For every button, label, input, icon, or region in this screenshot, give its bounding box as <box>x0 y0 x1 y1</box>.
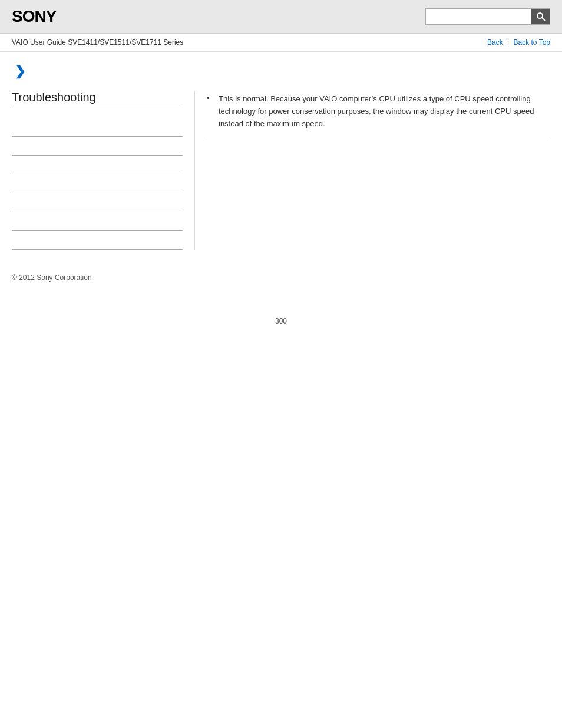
chevron-area: ❯ <box>12 64 550 79</box>
back-to-top-link[interactable]: Back to Top <box>514 38 550 47</box>
list-item[interactable] <box>12 231 183 250</box>
search-area <box>425 8 550 25</box>
footer-copyright: © 2012 Sony Corporation <box>12 274 550 282</box>
right-column-inner: • This is normal. Because your VAIO comp… <box>207 91 550 137</box>
bullet-item: • This is normal. Because your VAIO comp… <box>207 93 550 137</box>
main-content: ❯ Troubleshooting • This is normal. Beca… <box>0 52 562 294</box>
section-heading: Troubleshooting <box>12 91 183 108</box>
svg-line-1 <box>542 18 545 21</box>
list-item[interactable] <box>12 156 183 174</box>
content-columns: Troubleshooting • This is normal. Becaus… <box>12 91 550 250</box>
page-number: 300 <box>0 317 562 337</box>
list-item[interactable] <box>12 137 183 156</box>
back-link[interactable]: Back <box>487 38 503 47</box>
list-item[interactable] <box>12 174 183 193</box>
search-icon <box>536 12 546 21</box>
left-column: Troubleshooting <box>12 91 194 250</box>
list-item[interactable] <box>12 118 183 137</box>
right-column: • This is normal. Because your VAIO comp… <box>194 91 550 250</box>
sony-logo: SONY <box>12 7 56 26</box>
nav-bar: VAIO User Guide SVE1411/SVE1511/SVE1711 … <box>0 34 562 52</box>
list-item[interactable] <box>12 212 183 231</box>
nav-links: Back | Back to Top <box>487 38 550 47</box>
bullet-text: This is normal. Because your VAIO comput… <box>219 93 550 130</box>
search-button[interactable] <box>531 8 550 25</box>
chevron-icon: ❯ <box>15 64 25 78</box>
bullet-dot: • <box>207 94 215 103</box>
list-item[interactable] <box>12 193 183 212</box>
svg-point-0 <box>537 13 543 18</box>
header: SONY <box>0 0 562 34</box>
search-input[interactable] <box>425 8 531 25</box>
breadcrumb: VAIO User Guide SVE1411/SVE1511/SVE1711 … <box>12 38 183 47</box>
separator: | <box>507 38 509 47</box>
